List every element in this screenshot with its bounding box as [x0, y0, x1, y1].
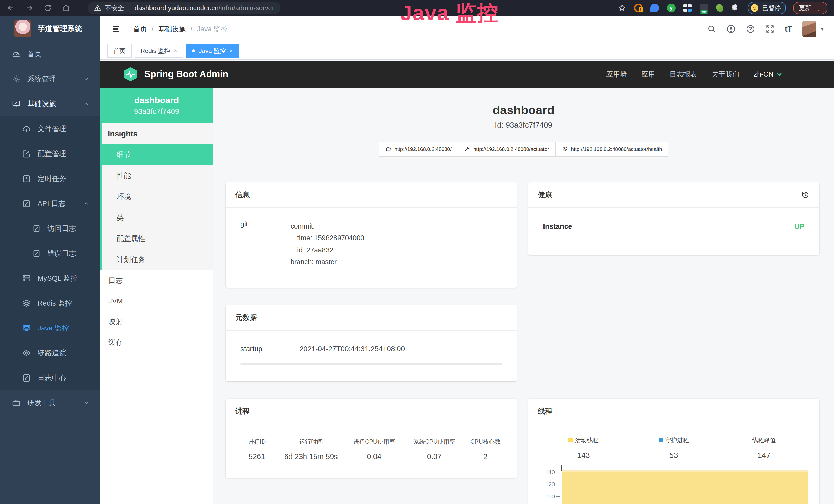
address-bar[interactable]: 不安全 dashboard.yudao.iocoder.cn/infra/adm… [87, 2, 281, 14]
legend-swatch-daemon [659, 438, 663, 442]
metadata-card: 元数据 startup 2021-04-27T00:44:31.254+08:0… [225, 305, 517, 381]
log-edit-icon [22, 373, 31, 382]
breadcrumb-home[interactable]: 首页 [133, 24, 147, 33]
extension-icon-switch[interactable]: on [700, 4, 708, 12]
sba-nav-applications[interactable]: 应用 [641, 70, 655, 79]
edit-square-icon [22, 150, 31, 158]
profile-paused-badge[interactable]: 已暂停 [748, 2, 786, 14]
chevron-down-icon [776, 71, 783, 77]
sba-instance-header[interactable]: dashboard 93a3fc7f7409 [100, 88, 213, 123]
health-instance-row[interactable]: Instance UP [543, 222, 805, 231]
github-icon[interactable] [726, 24, 736, 33]
sidebar-item-api-logs[interactable]: API 日志 [0, 191, 100, 216]
user-menu-caret-icon[interactable]: ▾ [821, 26, 824, 32]
sba-menu-logs[interactable]: 日志 [100, 270, 213, 291]
tab-home[interactable]: 首页 [107, 44, 132, 58]
sba-menu-details[interactable]: 细节 [102, 144, 213, 165]
sidebar-collapse-icon[interactable] [111, 24, 121, 34]
y-tick: 100 [539, 493, 555, 500]
sidebar-item-java-monitor[interactable]: Java 监控 [0, 316, 100, 340]
font-size-icon[interactable]: tT [785, 25, 792, 33]
sba-menu-environment[interactable]: 环境 [102, 186, 213, 207]
extension-icon-y[interactable]: y [667, 4, 676, 12]
info-card-header: 信息 [225, 182, 517, 208]
extension-icon-grid[interactable] [683, 4, 692, 12]
process-col-header: 运行时间 [278, 438, 344, 446]
sidebar-item-config-management[interactable]: 配置管理 [0, 141, 100, 166]
chevron-down-icon [83, 76, 89, 82]
metadata-card-header: 元数据 [225, 305, 517, 331]
tab-redis-monitor[interactable]: Redis 监控 × [135, 44, 183, 58]
sba-menu-caches[interactable]: 缓存 [100, 332, 213, 352]
instance-id-line: Id: 93a3fc7f7409 [225, 121, 822, 130]
sba-nav-journal[interactable]: 日志报表 [670, 70, 697, 79]
home-icon[interactable] [62, 4, 70, 12]
actuator-url-button[interactable]: http://192.168.0.2:48080/actuator [458, 142, 555, 157]
sidebar-item-tracing[interactable]: 链路追踪 [0, 340, 100, 365]
history-icon[interactable] [801, 190, 810, 199]
extension-icon-pin[interactable] [650, 4, 659, 12]
threads-legend: 活动线程 143 守护进程 53 线程峰值 147 [539, 436, 809, 460]
help-icon[interactable] [746, 24, 755, 33]
briefcase-icon [12, 398, 21, 407]
sba-nav-about[interactable]: 关于我们 [711, 70, 739, 79]
sba-insights-label: Insights [102, 123, 213, 144]
tag-tabs-bar: 首页 Redis 监控 × Java 监控 × [100, 42, 834, 60]
extension-icon-puzzle[interactable] [731, 4, 739, 12]
close-icon[interactable]: × [174, 47, 177, 54]
scrollbar-track[interactable] [240, 363, 502, 365]
threads-card: 线程 活动线程 143 守护进程 53 线程峰值 147 [528, 399, 819, 504]
sidebar-item-error-logs[interactable]: 错误日志 [0, 241, 100, 266]
sidebar-item-infrastructure[interactable]: 基础设施 [0, 91, 100, 116]
sidebar-item-dev-tools[interactable]: 研发工具 [0, 390, 100, 415]
cloud-upload-icon [22, 124, 31, 133]
sidebar-item-scheduled-jobs[interactable]: 定时任务 [0, 166, 100, 191]
breadcrumb-current: Java 监控 [197, 24, 227, 33]
back-icon[interactable] [7, 4, 15, 12]
breadcrumb: 首页 / 基础设施 / Java 监控 [133, 24, 227, 33]
health-url-button[interactable]: http://192.168.0.2:48080/actuator/health [555, 142, 668, 157]
sba-menu-config-props[interactable]: 配置属性 [102, 228, 213, 249]
metadata-key: startup [240, 345, 300, 353]
sba-menu-mappings[interactable]: 映射 [100, 312, 213, 332]
fullscreen-icon[interactable] [765, 24, 775, 33]
sba-language-selector[interactable]: zh-CN [753, 70, 783, 78]
sba-menu-jvm[interactable]: JVM [100, 291, 213, 312]
extension-icon-leaf[interactable] [716, 4, 723, 12]
server-icon [22, 274, 31, 283]
health-card: 健康 Instance UP [528, 182, 819, 255]
browser-update-button[interactable]: 更新 ⋮ [793, 2, 827, 14]
sidebar-item-system-management[interactable]: 系统管理 [0, 67, 100, 91]
close-icon[interactable]: × [229, 47, 233, 54]
sidebar-item-redis-monitor[interactable]: Redis 监控 [0, 291, 100, 316]
sba-menu-scheduled-tasks[interactable]: 计划任务 [102, 249, 213, 270]
browser-menu-icon[interactable]: ⋮ [815, 4, 822, 12]
sba-brand[interactable]: Spring Boot Admin [122, 66, 228, 83]
search-icon[interactable] [707, 25, 716, 33]
not-secure-warning-icon[interactable] [94, 4, 101, 12]
reload-icon[interactable] [44, 4, 52, 12]
bookmark-star-icon[interactable] [618, 4, 626, 12]
sidebar-item-home[interactable]: 首页 [0, 42, 100, 67]
info-card-body: git commit: time: 1596289704000 id: 27aa… [225, 208, 517, 288]
forward-icon[interactable] [25, 4, 34, 12]
divider [240, 277, 502, 277]
service-url-button[interactable]: http://192.168.0.2:48080/ [379, 142, 458, 157]
sidebar-item-mysql-monitor[interactable]: MySQL 监控 [0, 266, 100, 291]
process-col-value: 0.04 [344, 452, 404, 461]
sba-menu-classes[interactable]: 类 [102, 207, 213, 228]
sidebar-item-access-logs[interactable]: 访问日志 [0, 216, 100, 241]
app-logo-row[interactable]: 芋道管理系统 [0, 16, 100, 42]
log-edit-icon [32, 224, 41, 233]
breadcrumb-infrastructure[interactable]: 基础设施 [158, 24, 186, 33]
sba-menu-metrics[interactable]: 性能 [102, 165, 213, 186]
sba-nav-wallboard[interactable]: 应用墙 [606, 70, 627, 79]
threads-card-body: 活动线程 143 守护进程 53 线程峰值 147 140 [528, 425, 819, 504]
chevron-down-icon [83, 400, 89, 406]
tab-java-monitor[interactable]: Java 监控 × [186, 44, 239, 58]
user-avatar[interactable] [803, 21, 816, 38]
sidebar-item-log-center[interactable]: 日志中心 [0, 365, 100, 390]
sidebar-item-file-management[interactable]: 文件管理 [0, 116, 100, 141]
extension-icon-colorful[interactable]: 1 [634, 4, 643, 12]
log-edit-icon [32, 249, 41, 257]
